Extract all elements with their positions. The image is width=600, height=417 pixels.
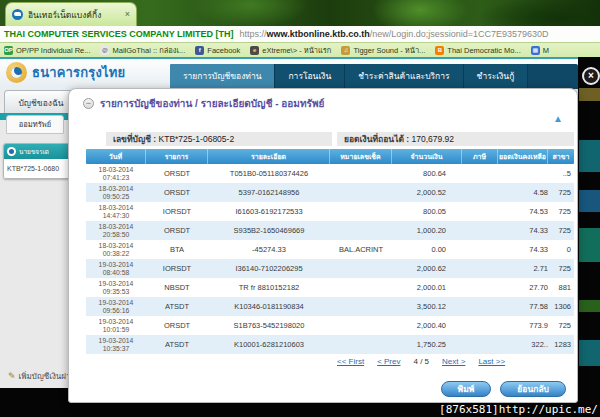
cell-balance: 74.53	[498, 207, 548, 216]
back-button[interactable]: ย้อนกลับ	[500, 381, 566, 397]
background-fragment	[579, 88, 600, 101]
nav-tab[interactable]: การโอนเงิน	[275, 64, 345, 89]
bookmark-item[interactable]: OPOP/PP Individual Re...	[4, 46, 90, 55]
bookmark-item[interactable]: ♫Tigger Sound - หน้า...	[341, 44, 425, 56]
browser-tab[interactable]: อินเทอร์เน็ตแบงค์กิ้ง ×	[5, 2, 137, 26]
bookmark-label: Thai Democratic Mo...	[447, 46, 520, 55]
account-card[interactable]: นายขจรเด KTB*725-1-0680	[3, 143, 75, 179]
time-value: 14:47:30	[86, 212, 146, 220]
background-fragment	[579, 190, 600, 212]
cell-branch: 0	[548, 245, 574, 254]
page-indicator: 4 / 5	[413, 357, 429, 366]
prev-page-link[interactable]: < Prev	[377, 357, 400, 366]
cell-detail: S935B2-1650469669	[208, 226, 330, 235]
table-row[interactable]: 18-03-201414:47:30IORSDTI61603-619217253…	[86, 202, 574, 221]
table-row[interactable]: 18-03-201400:38:22BTA-45274.33BAL.ACRINT…	[86, 240, 574, 259]
account-card-header: นายขจรเด	[4, 144, 74, 159]
nav-tab[interactable]: ชำระเงินกู้	[464, 64, 529, 89]
cell-detail: 5397-0162148956	[208, 188, 330, 197]
cell-type: BTA	[146, 245, 208, 254]
last-page-link[interactable]: Last >>	[478, 357, 505, 366]
bank-brand[interactable]: ธนาคารกรุงไทย	[6, 62, 125, 83]
bookmark-item[interactable]: @MailGoThai :: กล่องเ...	[100, 44, 185, 56]
date-value: 18-03-2014	[86, 185, 146, 193]
cell-date: 19-03-201410:01:59	[86, 318, 146, 334]
table-row[interactable]: 18-03-201409:50:25ORSDT5397-01621489562,…	[86, 183, 574, 202]
cell-amount: 800.64	[392, 169, 462, 178]
date-value: 19-03-2014	[86, 318, 146, 326]
url-text[interactable]: https://www.ktbonline.ktb.co.th/new/Logi…	[240, 29, 549, 39]
add-deposit-account-link[interactable]: ✎ เพิ่มบัญชีเงินฝาก	[8, 370, 75, 383]
pencil-icon: ✎	[8, 372, 16, 381]
bookmark-item[interactable]: ▦M	[531, 46, 549, 55]
cell-amount: 0.00	[392, 245, 462, 254]
cell-branch: 725	[548, 188, 574, 197]
browser-tab-title: อินเทอร์เน็ตแบงค์กิ้ง	[28, 8, 120, 22]
cell-cheque: BAL.ACRINT	[330, 245, 392, 254]
cell-date: 18-03-201409:50:25	[86, 185, 146, 201]
column-header: ภาษี	[462, 149, 498, 164]
cell-date: 19-03-201410:35:37	[86, 337, 146, 353]
table-header-row: วันที่รายการรายละเอียดหมายเลขเช็คจำนวนเง…	[86, 149, 574, 164]
first-page-link[interactable]: << First	[337, 357, 364, 366]
scroll-top-icon[interactable]: ▲	[553, 113, 563, 124]
cell-balance: 77.58	[498, 302, 548, 311]
url-prefix: https://	[240, 29, 267, 39]
tab-my-accounts[interactable]: บัญชีของฉัน	[4, 90, 78, 114]
bookmark-item[interactable]: BThai Democratic Mo...	[435, 46, 520, 55]
bookmark-item[interactable]: eeXtreme\> - หน้าแรก	[250, 44, 331, 56]
card-holder-name: นายขจรเด	[19, 147, 49, 157]
cell-date: 19-03-201408:40:58	[86, 261, 146, 277]
tab-savings[interactable]: ออมทรัพย์	[6, 115, 64, 134]
account-number-field: เลขที่บัญชี : KTB*725-1-06805-2	[106, 132, 332, 146]
bookmarks-bar: OPOP/PP Individual Re...@MailGoThai :: ก…	[0, 43, 600, 57]
add-account-label: เพิ่มบัญชีเงินฝาก	[19, 370, 76, 383]
extreme-icon: e	[250, 46, 259, 55]
modal-header: − รายการบัญชีของท่าน / รายละเอียดบัญชี -…	[83, 96, 324, 111]
table-row[interactable]: 19-03-201410:01:59ORSDTS1B763-5452198020…	[86, 316, 574, 335]
collapse-icon[interactable]: −	[83, 98, 94, 109]
watermark-text: [876x581]http://upic.me/	[439, 403, 598, 416]
card-account-number: KTB*725-1-0680	[4, 159, 74, 178]
table-row[interactable]: 18-03-201420:58:50ORSDTS935B2-1650469669…	[86, 221, 574, 240]
bookmark-item[interactable]: fFacebook	[195, 46, 240, 55]
cell-detail: K10001-6281210603	[208, 340, 330, 349]
time-value: 07:41:23	[86, 174, 146, 182]
cell-amount: 1,000.20	[392, 226, 462, 235]
tab-close-icon[interactable]: ×	[125, 10, 130, 19]
account-number-value: KTB*725-1-06805-2	[159, 134, 235, 144]
date-value: 19-03-2014	[86, 299, 146, 307]
nav-tab[interactable]: รายการบัญชีของท่าน	[170, 64, 275, 89]
address-bar[interactable]: THAI COMPUTER SERVICES COMPANY LIMITED […	[0, 26, 600, 43]
table-row[interactable]: 19-03-201409:35:53NBSDTTR fr 88101521822…	[86, 278, 574, 297]
nav-tab[interactable]: ชำระค่าสินค้าและบริการ	[345, 64, 463, 89]
cell-branch: 725	[548, 264, 574, 273]
main-nav: รายการบัญชีของท่านการโอนเงินชำระค่าสินค้…	[170, 64, 578, 89]
cell-balance: 4.58	[498, 188, 548, 197]
mailgothai-icon: @	[100, 46, 109, 55]
table-row[interactable]: 19-03-201409:56:16ATSDTK10346-0181190834…	[86, 297, 574, 316]
bookmark-label: OP/PP Individual Re...	[16, 46, 90, 55]
cell-branch: 725	[548, 226, 574, 235]
date-value: 19-03-2014	[86, 261, 146, 269]
print-button[interactable]: พิมพ์	[441, 381, 492, 397]
url-path: /new/Login.do;jsessionid=1CC7E93579630D	[370, 29, 549, 39]
cell-balance: 773.9	[498, 321, 548, 330]
table-row[interactable]: 19-03-201408:40:58IORSDTI36140-710220629…	[86, 259, 574, 278]
cell-date: 18-03-201407:41:23	[86, 166, 146, 182]
background-fragment	[579, 340, 600, 366]
column-header: รายละเอียด	[208, 149, 330, 164]
next-page-link[interactable]: Next >	[442, 357, 465, 366]
ev-certificate-badge[interactable]: THAI COMPUTER SERVICES COMPANY LIMITED […	[4, 29, 234, 39]
ktb-favicon-icon	[12, 9, 23, 20]
table-row[interactable]: 19-03-201410:35:37ATSDTK10001-6281210603…	[86, 335, 574, 354]
cell-date: 19-03-201409:35:53	[86, 280, 146, 296]
date-value: 18-03-2014	[86, 242, 146, 250]
modal-close-button[interactable]: ×	[582, 67, 600, 85]
cell-detail: K10346-0181190834	[208, 302, 330, 311]
cell-detail: I36140-7102206295	[208, 264, 330, 273]
time-value: 10:35:37	[86, 345, 146, 353]
url-domain: www.ktbonline.ktb.co.th	[267, 29, 370, 39]
table-row[interactable]: 18-03-201407:41:23ORSDTT051B0-0511803744…	[86, 164, 574, 183]
cell-branch: 881	[548, 283, 574, 292]
